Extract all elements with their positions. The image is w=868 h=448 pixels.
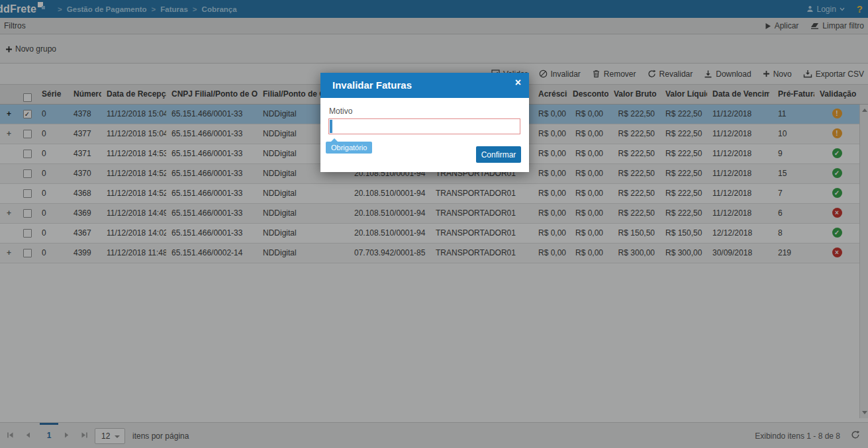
confirm-button[interactable]: Confirmar (476, 146, 521, 163)
motivo-label: Motivo (329, 107, 352, 116)
required-tooltip: Obrigatório (326, 142, 372, 154)
modal-body: Motivo Obrigatório Confirmar (320, 98, 529, 172)
text-caret (330, 120, 332, 133)
app-window: ddFrete > Gestão de Pagamento > Faturas … (0, 0, 868, 448)
invalidate-invoices-modal: Invalidar Faturas × Motivo Obrigatório C… (320, 73, 529, 172)
motivo-input[interactable] (333, 119, 518, 134)
modal-header: Invalidar Faturas × (320, 73, 529, 98)
modal-backdrop (0, 0, 868, 448)
motivo-input-wrap (328, 118, 520, 134)
close-icon[interactable]: × (515, 77, 521, 88)
modal-title: Invalidar Faturas (332, 79, 412, 91)
